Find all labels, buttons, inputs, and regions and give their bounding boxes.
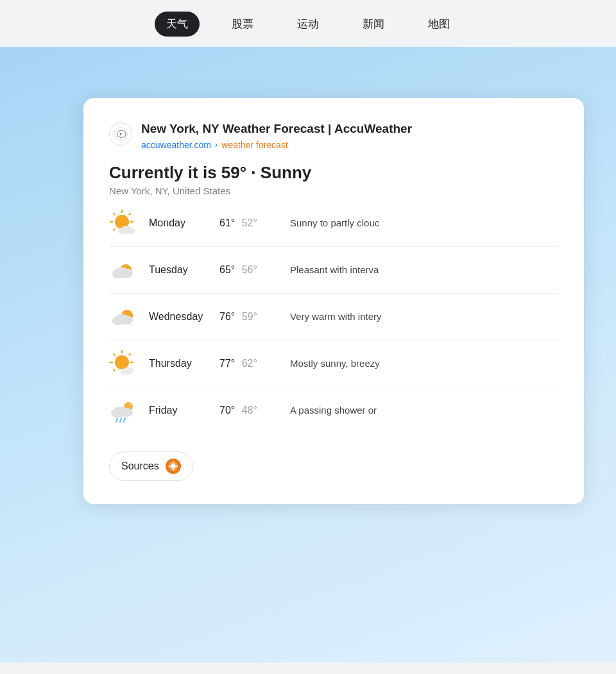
top-navigation: 天气 股票 运动 新闻 地图 — [0, 0, 616, 47]
svg-line-41 — [120, 418, 121, 422]
table-row: Tuesday 65° 56° Pleasant with interva — [109, 247, 558, 294]
svg-point-44 — [171, 464, 175, 468]
table-row: Thursday 77° 62° Mostly sunny, breezy — [109, 341, 558, 387]
breadcrumb-sub[interactable]: weather forecast — [221, 140, 288, 150]
sources-button[interactable]: Sources — [109, 451, 193, 481]
temp-high: 76° — [219, 311, 235, 322]
forecast-temps-thursday: 77° 62° — [219, 358, 290, 369]
nav-item-maps[interactable]: 地图 — [416, 12, 461, 37]
weather-icon-tuesday — [109, 256, 137, 284]
svg-rect-13 — [119, 228, 133, 233]
weather-icon-monday — [109, 209, 137, 237]
site-header: New York, NY Weather Forecast | AccuWeat… — [109, 121, 558, 150]
forecast-list: Monday 61° 52° Sunny to partly clouc — [109, 200, 558, 434]
temp-low: 48° — [242, 405, 257, 416]
current-temp: Currently it is 59° · Sunny — [109, 163, 558, 183]
temp-low: 62° — [242, 358, 257, 369]
forecast-temps-monday: 61° 52° — [219, 217, 290, 229]
sources-label: Sources — [121, 460, 159, 472]
site-logo — [109, 122, 132, 146]
svg-rect-39 — [114, 410, 130, 416]
table-row: Monday 61° 52° Sunny to partly clouc — [109, 200, 558, 247]
nav-item-news[interactable]: 新闻 — [351, 12, 396, 37]
temp-low: 56° — [242, 264, 257, 275]
current-location: New York, NY, United States — [109, 185, 558, 196]
svg-line-31 — [114, 369, 115, 371]
site-info: New York, NY Weather Forecast | AccuWeat… — [141, 121, 412, 150]
site-title: New York, NY Weather Forecast | AccuWeat… — [141, 121, 412, 137]
forecast-day-tuesday: Tuesday — [149, 264, 219, 276]
weather-background: New York, NY Weather Forecast | AccuWeat… — [0, 47, 616, 662]
nav-item-stocks[interactable]: 股票 — [220, 12, 265, 37]
forecast-day-friday: Friday — [149, 405, 219, 416]
forecast-desc-tuesday: Pleasant with interva — [290, 264, 558, 275]
svg-point-1 — [120, 133, 122, 135]
temp-low: 52° — [242, 217, 257, 228]
table-row: Friday 70° 48° A passing shower or — [109, 387, 558, 434]
forecast-desc-thursday: Mostly sunny, breezy — [290, 358, 558, 369]
svg-line-7 — [114, 213, 115, 214]
forecast-desc-wednesday: Very warm with intery — [290, 311, 558, 322]
temp-high: 65° — [219, 264, 235, 275]
svg-rect-18 — [114, 271, 131, 278]
svg-point-24 — [115, 355, 129, 369]
weather-icon-wednesday — [109, 303, 137, 331]
table-row: Wednesday 76° 59° Very warm with intery — [109, 294, 558, 341]
weather-icon-friday — [109, 396, 137, 425]
forecast-day-wednesday: Wednesday — [149, 311, 219, 323]
weather-card: New York, NY Weather Forecast | AccuWeat… — [83, 98, 584, 504]
forecast-desc-monday: Sunny to partly clouc — [290, 217, 558, 228]
svg-line-40 — [116, 418, 117, 422]
forecast-day-thursday: Thursday — [149, 358, 219, 369]
temp-high: 70° — [219, 405, 235, 416]
breadcrumb-separator: › — [215, 140, 218, 149]
logo-icon — [114, 127, 128, 141]
breadcrumb: accuweather.com › weather forecast — [141, 140, 412, 150]
forecast-temps-wednesday: 76° 59° — [219, 311, 290, 323]
svg-line-9 — [114, 229, 115, 230]
svg-line-30 — [129, 353, 130, 355]
svg-line-29 — [114, 353, 115, 355]
nav-item-weather[interactable]: 天气 — [155, 12, 200, 37]
nav-item-sports[interactable]: 运动 — [286, 12, 330, 37]
current-weather: Currently it is 59° · Sunny New York, NY… — [109, 163, 558, 196]
svg-line-42 — [124, 418, 125, 422]
forecast-day-monday: Monday — [149, 217, 219, 229]
temp-high: 61° — [219, 217, 235, 228]
svg-rect-34 — [121, 369, 132, 374]
svg-line-8 — [129, 213, 130, 214]
sources-icon — [166, 459, 181, 474]
breadcrumb-main[interactable]: accuweather.com — [141, 140, 211, 150]
svg-rect-23 — [114, 318, 131, 324]
weather-icon-thursday — [109, 350, 137, 378]
forecast-temps-tuesday: 65° 56° — [219, 264, 290, 276]
forecast-desc-friday: A passing shower or — [290, 405, 558, 416]
temp-high: 77° — [219, 358, 235, 369]
temp-low: 59° — [242, 311, 257, 322]
forecast-temps-friday: 70° 48° — [219, 405, 290, 416]
